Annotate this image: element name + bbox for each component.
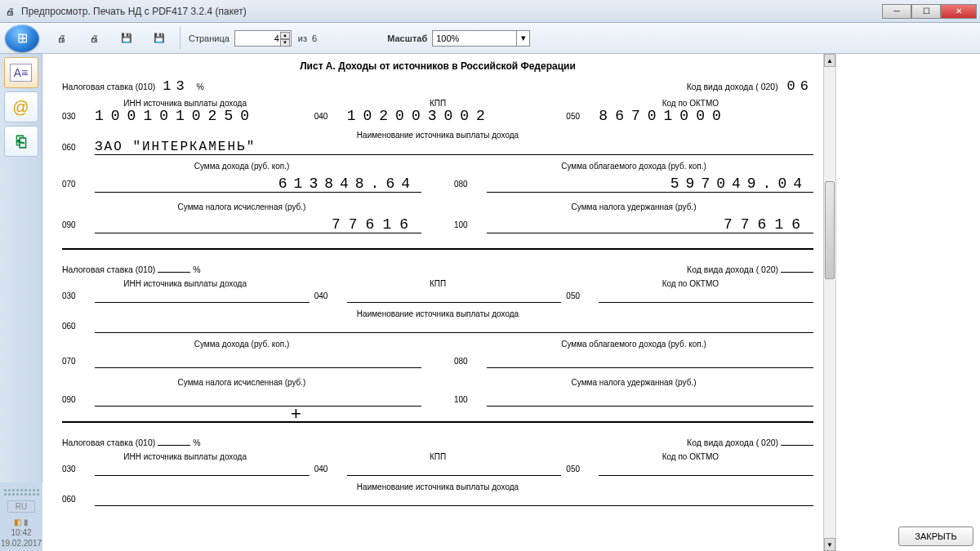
- oktmo-value: 86701000: [599, 108, 813, 124]
- income-sum-value: 613848.64: [95, 176, 421, 193]
- sidebar-tool-declaration[interactable]: ⎗: [4, 126, 38, 157]
- printer-check-icon: 🖨: [57, 33, 66, 43]
- printer-icon: 🖨: [90, 33, 99, 43]
- inn-value: 1001010250: [95, 108, 310, 124]
- code-040-3: 040: [314, 464, 337, 473]
- zoom-label: Масштаб: [387, 33, 427, 43]
- percent-label-3: %: [193, 438, 200, 447]
- left-sidebar: A≡ @ ⎗ RU ◧ ▮ 10:42 19.02.2017: [0, 54, 42, 551]
- src-name-label-3: Наименование источника выплаты дохода: [62, 482, 813, 491]
- income-code-label-3: Код вида дохода ( 020): [687, 438, 778, 447]
- start-orb-icon[interactable]: [5, 24, 39, 52]
- tray-time: 10:42: [11, 528, 31, 537]
- taxable-sum-label-2: Сумма облагаемого дохода (руб. коп.): [454, 340, 813, 349]
- maximize-button[interactable]: ☐: [911, 4, 941, 19]
- percent-label: %: [197, 82, 204, 91]
- zoom-select[interactable]: 100% ▾: [432, 30, 530, 47]
- save-copy-button[interactable]: 💾: [144, 24, 175, 52]
- code-090-2: 090: [62, 395, 85, 404]
- close-window-button[interactable]: ✕: [941, 4, 977, 19]
- code-030: 030: [62, 112, 85, 121]
- income-block-2: Налоговая ставка (010) % Код вида дохода…: [62, 258, 813, 413]
- close-button[interactable]: ЗАКРЫТЬ: [898, 527, 973, 546]
- src-name-label-2: Наименование источника выплаты дохода: [62, 309, 813, 318]
- oktmo-header: Код по ОКТМО: [568, 99, 813, 108]
- code-100-2: 100: [454, 395, 477, 404]
- chevron-down-icon: ▾: [516, 31, 529, 46]
- scroll-track[interactable]: [824, 67, 835, 538]
- document-page[interactable]: Лист А. Доходы от источников в Российско…: [56, 54, 820, 551]
- tax-withheld-value: 77616: [487, 216, 813, 233]
- inn-header-3: ИНН источника выплаты дохода: [62, 452, 308, 461]
- tray-icons: ◧ ▮: [14, 518, 29, 527]
- save-button[interactable]: 💾: [111, 24, 142, 52]
- vertical-scrollbar[interactable]: ▲ ▼: [823, 54, 836, 551]
- tax-rate-label: Налоговая ставка (010): [62, 82, 155, 91]
- main-area: A≡ @ ⎗ RU ◧ ▮ 10:42 19.02.2017 Лист А. Д…: [0, 54, 980, 551]
- floppy-icon: 💾: [121, 33, 132, 43]
- code-040: 040: [314, 112, 337, 121]
- form-title: Лист А. Доходы от источников в Российско…: [62, 60, 813, 72]
- toolbar: 🖨 🖨 💾 💾 Страница ▲ ▼ из 6 Масштаб 100% ▾: [0, 23, 980, 54]
- spinner-up-icon[interactable]: ▲: [280, 32, 290, 39]
- oktmo-header-3: Код по ОКТМО: [568, 452, 813, 461]
- print-default-button[interactable]: 🖨: [46, 24, 77, 52]
- floppy-stack-icon: 💾: [154, 33, 165, 43]
- inn-header: ИНН источника выплаты дохода: [62, 99, 308, 108]
- code-030-2: 030: [62, 291, 85, 300]
- page-label: Страница: [189, 33, 229, 43]
- taxable-sum-value: 597049.04: [487, 176, 813, 193]
- at-icon: @: [12, 98, 29, 117]
- zoom-value: 100%: [436, 33, 459, 43]
- code-070: 070: [62, 180, 85, 189]
- src-name-label: Наименование источника выплаты дохода: [62, 131, 813, 140]
- minimize-button[interactable]: ─: [882, 4, 911, 19]
- tax-calc-label-2: Сумма налога исчисленная (руб.): [62, 378, 421, 387]
- taxable-sum-label: Сумма облагаемого дохода (руб. коп.): [454, 162, 813, 171]
- inn-header-2: ИНН источника выплаты дохода: [62, 279, 308, 288]
- total-pages: 6: [312, 33, 317, 43]
- tax-rate-label-2: Налоговая ставка (010): [62, 264, 155, 274]
- code-040-2: 040: [314, 291, 337, 300]
- income-code-value: 06: [787, 78, 813, 94]
- spinner-down-icon[interactable]: ▼: [280, 39, 290, 47]
- sidebar-tool-mail[interactable]: @: [4, 91, 38, 122]
- tax-withheld-label: Сумма налога удержанная (руб.): [454, 202, 813, 211]
- signal-icon[interactable]: ▮: [24, 518, 29, 527]
- page-spinner[interactable]: ▲ ▼: [280, 32, 290, 47]
- title-bar: 🖨 Предпросмотр. Печать НД с PDF417 3.2.4…: [0, 0, 980, 23]
- tray-app-icon[interactable]: ◧: [14, 518, 21, 527]
- tax-rate-label-3: Налоговая ставка (010): [62, 438, 155, 447]
- scroll-down-icon[interactable]: ▼: [824, 538, 835, 551]
- separator: [180, 27, 180, 50]
- section-divider: [62, 248, 813, 250]
- income-sum-label-2: Сумма дохода (руб. коп.): [62, 340, 421, 349]
- language-indicator[interactable]: RU: [7, 500, 35, 513]
- grip-icon: [0, 486, 44, 499]
- code-070-2: 070: [62, 357, 85, 366]
- code-060-3: 060: [62, 495, 85, 504]
- document-d-icon: ⎗: [16, 132, 26, 151]
- income-code-label: Код вида дохода ( 020): [687, 82, 778, 91]
- source-name-value: ЗАО "ИНТЕРКАМЕНЬ": [95, 140, 813, 155]
- sidebar-tool-text[interactable]: A≡: [4, 57, 38, 88]
- window-controls: ─ ☐ ✕: [882, 4, 977, 19]
- code-050: 050: [566, 112, 589, 121]
- code-090: 090: [62, 220, 85, 229]
- code-050-3: 050: [566, 464, 589, 473]
- of-label: из: [298, 33, 307, 43]
- kpp-header: КПП: [314, 99, 560, 108]
- oktmo-header-2: Код по ОКТМО: [568, 279, 813, 288]
- right-gutter: [836, 54, 980, 551]
- income-sum-label: Сумма дохода (руб. коп.): [62, 162, 421, 171]
- code-050-2: 050: [566, 291, 589, 300]
- code-100: 100: [454, 220, 477, 229]
- code-060-2: 060: [62, 322, 85, 331]
- scroll-up-icon[interactable]: ▲: [824, 54, 835, 67]
- code-030-3: 030: [62, 464, 85, 473]
- print-button[interactable]: 🖨: [78, 24, 109, 52]
- income-block-1: Налоговая ставка (010) 13 % Код вида дох…: [62, 78, 813, 240]
- kpp-value: 102003002: [347, 108, 562, 124]
- scroll-thumb[interactable]: [825, 181, 835, 279]
- code-060: 060: [62, 143, 85, 152]
